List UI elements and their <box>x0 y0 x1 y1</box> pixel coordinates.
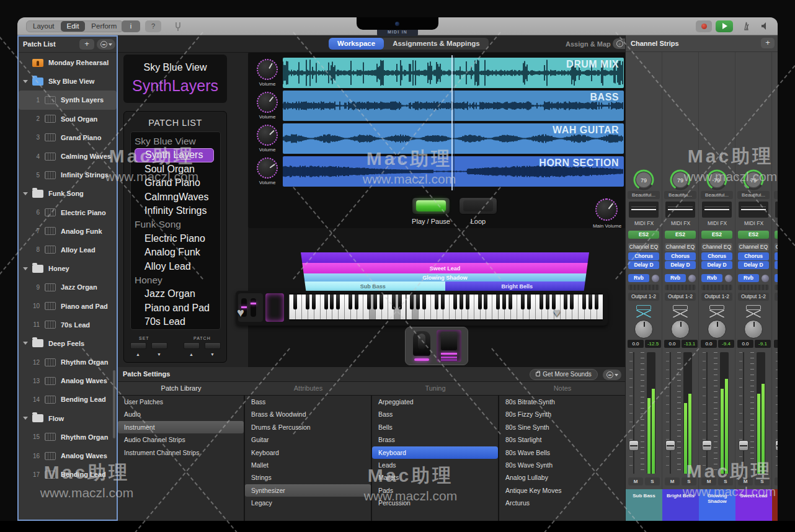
patch-settings-tab-tuning[interactable]: Tuning <box>372 384 499 392</box>
mode-button-layout[interactable]: Layout <box>27 21 61 32</box>
strip-level-knob[interactable]: 79 <box>706 169 727 190</box>
layer-sweet-lead[interactable]: Sweet Lead <box>301 263 589 273</box>
volume-fader[interactable] <box>703 352 711 474</box>
send-knob[interactable] <box>725 275 732 282</box>
disclosure-triangle-icon[interactable] <box>23 80 28 83</box>
black-key[interactable] <box>496 295 500 309</box>
sidebar-item-grand-piano[interactable]: 3Grand Piano <box>19 128 117 147</box>
sidebar-item-honey[interactable]: Honey <box>19 259 117 278</box>
patch-list-entry[interactable]: Honey <box>135 273 220 287</box>
fader-cap[interactable] <box>739 440 748 451</box>
sidebar-item-jazz-organ[interactable]: 9Jazz Organ <box>19 278 117 296</box>
disclosure-triangle-icon[interactable] <box>23 342 28 345</box>
patch-settings-tab-notes[interactable]: Notes <box>499 384 626 392</box>
library-row[interactable]: Bells <box>372 421 498 433</box>
library-row[interactable]: Instrument Channel Strips <box>118 446 244 459</box>
black-key[interactable] <box>410 295 414 309</box>
reverb-send-slot[interactable]: Rvb <box>628 274 649 282</box>
black-key[interactable] <box>527 295 531 309</box>
eq-thumbnail[interactable] <box>629 202 659 218</box>
instrument-slot[interactable]: ES2 <box>738 231 769 239</box>
volume-fader[interactable] <box>776 352 778 474</box>
black-key[interactable] <box>312 295 316 309</box>
pan-knob[interactable] <box>634 320 653 339</box>
patch-list-entry[interactable]: Synth Layers <box>135 148 214 162</box>
black-key[interactable] <box>595 295 598 309</box>
library-row[interactable]: Leads <box>372 459 498 471</box>
solo-button[interactable]: S <box>718 477 733 485</box>
patch-list-entry[interactable]: Grand Piano <box>135 176 220 190</box>
patch-list-entry[interactable]: Alloy Lead <box>135 260 220 273</box>
black-key[interactable] <box>460 295 463 309</box>
speaker-icon[interactable] <box>760 21 770 31</box>
black-key[interactable] <box>453 295 457 309</box>
patch-list-entry[interactable]: Jazz Organ <box>135 287 220 301</box>
track-volume-knob[interactable] <box>257 59 278 80</box>
add-patch-button[interactable]: + <box>79 39 94 50</box>
get-more-sounds-button[interactable]: Get More Sounds <box>530 369 598 380</box>
sidebar-item-rhythm-organ[interactable]: 15Rhythm Organ <box>19 428 117 446</box>
library-row[interactable]: Drums & Percussion <box>245 421 371 433</box>
black-key[interactable] <box>478 295 482 309</box>
black-key[interactable] <box>422 295 426 309</box>
help-button[interactable]: ? <box>145 20 161 32</box>
sidebar-item-electric-piano[interactable]: 6Electric Piano <box>19 203 117 222</box>
pan-knob[interactable] <box>708 320 726 339</box>
library-row[interactable]: Audio Channel Strips <box>118 433 244 446</box>
library-row[interactable]: Brass & Woodwind <box>245 408 371 420</box>
chorus-slot[interactable]: Chorus <box>738 252 769 260</box>
send-knob[interactable] <box>688 275 696 282</box>
channel-strip[interactable]: 79Beautiful...MIDI FXES2Channel EQChorus… <box>699 52 735 521</box>
reverb-send-slot[interactable]: Rvb <box>775 274 778 282</box>
black-key[interactable] <box>349 295 352 309</box>
sidebar-item-rhythm-organ[interactable]: 12Rhythm Organ <box>19 353 117 371</box>
library-row[interactable]: Guitar <box>245 433 371 446</box>
layer-glowing-shadow[interactable]: Glowing Shadow <box>301 273 589 282</box>
library-row[interactable]: Keyboard <box>372 446 498 459</box>
layer-bright-bells[interactable]: Bright Bells <box>445 282 590 291</box>
disclosure-triangle-icon[interactable] <box>23 192 28 195</box>
black-key[interactable] <box>367 295 371 309</box>
layer-sub-bass[interactable]: Sub Bass <box>301 282 445 291</box>
library-row[interactable]: Brass <box>372 433 498 446</box>
sidebar-item-funk-song[interactable]: Funk Song <box>19 184 117 203</box>
metronome-icon[interactable] <box>742 21 751 31</box>
black-key[interactable] <box>509 295 512 309</box>
black-key[interactable] <box>330 295 334 309</box>
favorite-heart-left-icon[interactable]: ♥ <box>237 306 244 320</box>
fader-cap[interactable] <box>775 440 778 451</box>
output-slot[interactable]: Output 1-2 <box>701 293 732 301</box>
black-key[interactable] <box>336 295 340 309</box>
library-row[interactable]: Bass <box>245 396 371 408</box>
mute-button[interactable]: M <box>665 477 680 485</box>
play-pause-button[interactable] <box>412 197 450 215</box>
black-key[interactable] <box>570 295 574 309</box>
sidebar-item-soul-organ[interactable]: 2Soul Organ <box>19 110 117 128</box>
smart-control-pad[interactable] <box>265 293 284 322</box>
black-key[interactable] <box>416 295 420 309</box>
mode-switcher[interactable]: LayoutEditPerform <box>26 20 123 32</box>
record-button[interactable] <box>696 20 712 32</box>
play-button[interactable] <box>716 20 733 32</box>
sidebar-item-70s-lead[interactable]: 1170s Lead <box>19 316 117 334</box>
library-row[interactable]: Pads <box>372 484 498 497</box>
black-key[interactable] <box>588 295 592 309</box>
sidebar-item-synth-layers[interactable]: 1Synth Layers <box>19 91 117 109</box>
eq-slot[interactable]: Channel EQ <box>775 243 778 251</box>
black-key[interactable] <box>521 295 525 309</box>
strip-level-knob[interactable]: 79 <box>670 169 691 190</box>
mute-button[interactable]: M <box>738 477 753 485</box>
black-key[interactable] <box>466 295 469 309</box>
eq-thumbnail[interactable] <box>665 202 695 218</box>
library-row[interactable]: Bass <box>372 408 498 420</box>
strip-level-knob[interactable]: 79 <box>633 169 654 190</box>
output-slot[interactable]: Output 1-2 <box>665 293 696 301</box>
library-row[interactable]: Keyboard <box>245 446 371 459</box>
sidebar-item-flow[interactable]: Flow <box>19 409 117 428</box>
patch-list-entry[interactable]: 70s Lead <box>135 315 220 329</box>
sidebar-scrollbar[interactable] <box>113 370 115 438</box>
playhead[interactable] <box>451 55 453 190</box>
black-key[interactable] <box>502 295 506 309</box>
library-row[interactable]: Percussion <box>372 497 498 509</box>
expression-pedal[interactable] <box>413 331 430 356</box>
